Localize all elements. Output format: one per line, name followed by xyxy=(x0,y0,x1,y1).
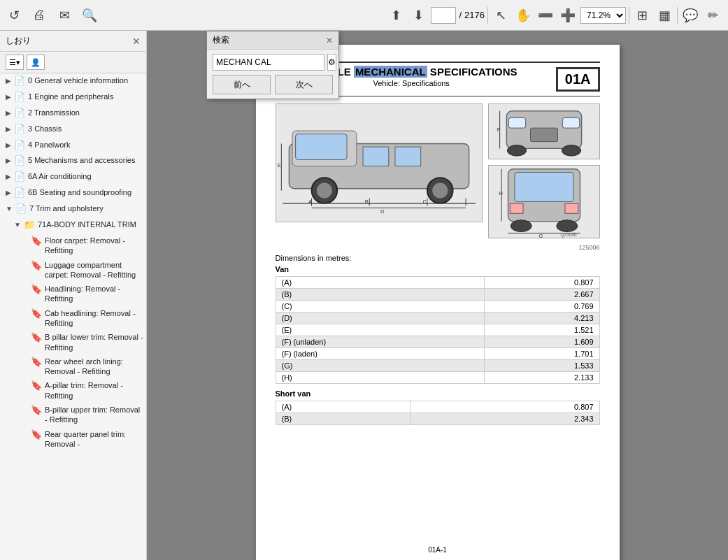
doc-icon: 📄 xyxy=(15,203,27,215)
sidebar-item-headlining[interactable]: ▶ 🔖 Headlining: Removal - Refitting xyxy=(0,282,146,306)
sidebar-item-seating[interactable]: ▶ 📄 6B Seating and soundproofing xyxy=(0,185,146,201)
pdf-viewer-area[interactable]: VEHICLE MECHANICAL SPECIFICATIONS Vehicl… xyxy=(147,31,728,560)
table-cell-val: 0.769 xyxy=(484,301,599,313)
sidebar-item-floor-carpet[interactable]: ▶ 🔖 Floor carpet: Removal - Refitting xyxy=(0,234,146,258)
bookmark-icon: 🔖 xyxy=(31,357,42,368)
nav-down-btn[interactable]: ⬇ xyxy=(408,6,428,25)
bookmark-icon: 🔖 xyxy=(31,405,42,417)
svg-rect-4 xyxy=(394,147,420,166)
sidebar-item-aircon[interactable]: ▶ 📄 6A Air conditioning xyxy=(0,169,146,185)
table-cell-val: 1.701 xyxy=(484,348,599,360)
sidebar-item-b-pillar[interactable]: ▶ 🔖 B pillar lower trim: Removal - Refit… xyxy=(0,330,146,354)
car-front-svg: F xyxy=(489,104,599,159)
table-cell-val: 4.213 xyxy=(484,313,599,324)
sidebar-item-panelwork[interactable]: ▶ 📄 4 Panelwork xyxy=(0,138,146,154)
sidebar-item-label: 5 Mechanisms and accessories xyxy=(28,155,143,165)
layout-btn[interactable]: ▦ xyxy=(655,6,674,25)
zoom-in-btn[interactable]: ➕ xyxy=(558,6,578,25)
table-cell-val: 1.533 xyxy=(484,360,599,372)
refresh-icon[interactable]: ↺ xyxy=(6,7,22,24)
sidebar-item-label: 6A Air conditioning xyxy=(28,171,143,181)
sidebar-item-label: 1 Engine and peripherals xyxy=(28,92,143,101)
sidebar-item-transmission[interactable]: ▶ 📄 2 Transmission xyxy=(0,106,146,122)
car-rear-svg: G H Q25046 xyxy=(489,166,599,238)
sidebar-item-label: B-pillar upper trim: Removal - Refitting xyxy=(45,405,143,425)
pdf-code-box: 01A xyxy=(556,67,600,92)
sidebar-item-luggage[interactable]: ▶ 🔖 Luggage compartment carpet: Removal … xyxy=(0,258,146,282)
expand-icon: ▶ xyxy=(6,172,11,181)
pencil-btn[interactable]: ✏ xyxy=(703,6,722,25)
svg-rect-30 xyxy=(514,172,573,201)
table-cell-val: 2.343 xyxy=(410,413,599,425)
fit-page-btn[interactable]: ⊞ xyxy=(632,6,652,25)
svg-point-34 xyxy=(556,220,577,232)
bookmark-icon: 🔖 xyxy=(31,429,42,441)
table-row: (C)0.769 xyxy=(276,301,599,313)
sidebar-item-label: A-pillar trim: Removal - Refitting xyxy=(45,380,143,401)
sidebar-item-trim[interactable]: ▼ 📄 7 Trim and upholstery xyxy=(0,201,146,217)
sidebar-item-label: Luggage compartment carpet: Removal - Re… xyxy=(45,260,143,280)
table-row: (F) (unladen)1.609 xyxy=(276,336,599,348)
page-total: 2176 xyxy=(464,10,485,20)
svg-text:D: D xyxy=(380,208,383,215)
page-input[interactable]: 3 xyxy=(431,7,456,24)
sidebar-item-rear-quarter[interactable]: ▶ 🔖 Rear quarter panel trim: Removal - xyxy=(0,427,146,452)
table-cell-key: (A) xyxy=(276,277,484,289)
sidebar-item-cab-headlining[interactable]: ▶ 🔖 Cab headlining: Removal - Refitting xyxy=(0,306,146,331)
sidebar-item-b-pillar-upper[interactable]: ▶ 🔖 B-pillar upper trim: Removal - Refit… xyxy=(0,403,146,427)
sidebar-item-a-pillar[interactable]: ▶ 🔖 A-pillar trim: Removal - Refitting xyxy=(0,378,146,403)
table-cell-val: 2.667 xyxy=(484,289,599,301)
sidebar-item-chassis[interactable]: ▶ 📄 3 Chassis xyxy=(0,122,146,138)
search-next-btn[interactable]: 次へ xyxy=(275,75,333,94)
sidebar-item-label: 71A-BODY INTERNAL TRIM xyxy=(38,220,143,229)
table-row: (E)1.521 xyxy=(276,324,599,336)
email-icon[interactable]: ✉ xyxy=(56,7,73,24)
sidebar-item-label: 2 Transmission xyxy=(28,108,143,117)
search-dialog-close-btn[interactable]: ✕ xyxy=(326,36,333,45)
sidebar-content[interactable]: ▶ 📄 0 General vehicle information ▶ 📄 1 … xyxy=(0,73,146,560)
sidebar-item-label: B pillar lower trim: Removal - Refitting xyxy=(45,332,143,352)
zoom-select[interactable]: 50% 71.2% 75% 100% 125% 150% 200% xyxy=(580,7,626,24)
bookmark-icon: 🔖 xyxy=(31,332,42,344)
sidebar-toolbar: ☰▾ 👤 xyxy=(0,52,146,73)
doc-icon: 📄 xyxy=(14,108,25,120)
sidebar-menu-btn[interactable]: ☰▾ xyxy=(6,55,24,70)
table-row: (H)2.133 xyxy=(276,372,599,384)
table-cell-val: 2.133 xyxy=(484,372,599,384)
comment-btn[interactable]: 💬 xyxy=(680,6,700,25)
car-side-view: A B C D E xyxy=(276,103,483,238)
search-text-input[interactable] xyxy=(213,54,324,71)
svg-point-8 xyxy=(432,182,448,198)
sidebar-item-trim71a[interactable]: ▼ 📁 71A-BODY INTERNAL TRIM xyxy=(0,217,146,234)
svg-rect-22 xyxy=(530,128,557,142)
cursor-tool-btn[interactable]: ↖ xyxy=(491,6,511,25)
svg-point-26 xyxy=(562,145,580,157)
table-cell-key: (F) (unladen) xyxy=(276,336,484,348)
search-prev-btn[interactable]: 前へ xyxy=(213,75,271,94)
table-cell-key: (H) xyxy=(276,372,484,384)
search-option-btn[interactable]: ⚙ xyxy=(327,54,336,71)
sidebar-item-engine[interactable]: ▶ 📄 1 Engine and peripherals xyxy=(0,89,146,106)
pdf-caption: 125006 xyxy=(276,244,600,251)
sidebar-item-rear-wheel[interactable]: ▶ 🔖 Rear wheel arch lining: Removal - Re… xyxy=(0,354,146,379)
car-front-rear-views: F xyxy=(488,103,600,238)
nav-up-btn[interactable]: ⬆ xyxy=(386,6,406,25)
search-input-row: ⚙ xyxy=(213,54,333,71)
sidebar-item-general[interactable]: ▶ 📄 0 General vehicle information xyxy=(0,73,146,89)
print-icon[interactable]: 🖨 xyxy=(31,7,48,24)
zoom-out-btn[interactable]: ➖ xyxy=(536,6,555,25)
svg-rect-32 xyxy=(564,203,578,213)
sidebar-item-label: Floor carpet: Removal - Refitting xyxy=(45,236,143,256)
search-icon[interactable]: 🔍 xyxy=(81,7,98,24)
bookmark-icon: 🔖 xyxy=(31,284,42,296)
sidebar-item-mechanisms[interactable]: ▶ 📄 5 Mechanisms and accessories xyxy=(0,153,146,169)
sidebar-close-btn[interactable]: ✕ xyxy=(132,36,141,47)
main-area: しおり ✕ ☰▾ 👤 ▶ 📄 0 General vehicle informa… xyxy=(0,31,728,560)
hand-tool-btn[interactable]: ✋ xyxy=(513,6,533,25)
pdf-page: VEHICLE MECHANICAL SPECIFICATIONS Vehicl… xyxy=(256,45,620,560)
svg-rect-31 xyxy=(510,203,523,213)
nav-group: ⬆ ⬇ 3 / 2176 ↖ ✋ ➖ ➕ 50% 71.2% 75% 100% … xyxy=(386,6,722,25)
bookmark-icon: 🔖 xyxy=(31,260,42,272)
folder-icon: 📁 xyxy=(24,220,35,231)
sidebar-user-btn[interactable]: 👤 xyxy=(27,55,45,70)
